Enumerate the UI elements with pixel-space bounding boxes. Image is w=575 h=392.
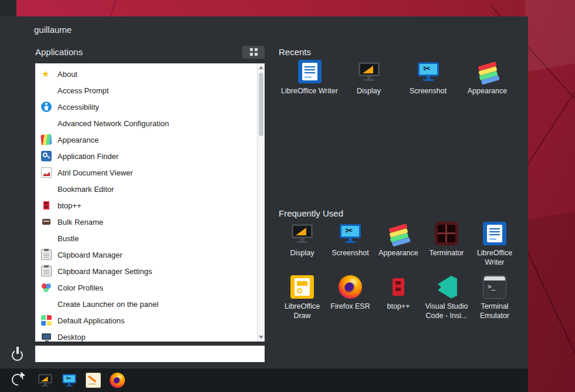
display-icon (38, 373, 53, 388)
app-list-item-application-finder[interactable]: Application Finder (35, 148, 265, 164)
shortcut-label: Visual Studio Code - Insi... (422, 302, 471, 320)
menu-button[interactable] (0, 0, 16, 16)
shortcut-label: Screenshot (332, 249, 368, 258)
scroll-up-icon[interactable] (259, 66, 263, 69)
shortcut-libreoffice-draw[interactable]: LibreOffice Draw (278, 275, 326, 320)
dock-firefox[interactable] (110, 373, 125, 388)
app-list-item-atril-document-viewer[interactable]: Atril Document Viewer (35, 164, 265, 181)
shortcut-label: btop++ (387, 302, 410, 312)
shortcut-display[interactable]: Display (278, 222, 326, 267)
power-button[interactable] (10, 347, 25, 362)
shortcut-label: Display (290, 249, 314, 258)
shortcut-icon-wrap (357, 60, 381, 83)
defaultapps-icon (41, 315, 52, 326)
scrollbar-thumb[interactable] (259, 73, 263, 136)
shortcut-label: Appearance (468, 87, 507, 96)
view-toggle-button[interactable] (242, 46, 265, 59)
app-list-item-bustle[interactable]: Bustle (35, 230, 265, 246)
app-list-item-create-launcher-on-the-panel[interactable]: Create Launcher on the panel (35, 296, 265, 312)
shortcut-btop[interactable]: btop++ (374, 275, 422, 320)
app-list-item-accessibility[interactable]: Accessibility (35, 99, 265, 115)
list-scrollbar[interactable] (257, 63, 265, 342)
app-list-item-advanced-network-configuration[interactable]: Advanced Network Configuration (35, 115, 265, 131)
btop-icon (387, 275, 410, 299)
search-input[interactable] (35, 346, 265, 362)
screenshot-icon (62, 373, 77, 388)
scroll-down-icon[interactable] (259, 336, 263, 339)
shortcut-terminal-emulator[interactable]: Terminal Emulator (471, 275, 519, 320)
app-label: Bulk Rename (58, 218, 103, 227)
none-icon (41, 233, 52, 244)
shortcut-firefox-esr[interactable]: Firefox ESR (326, 275, 374, 320)
dock-screenshot[interactable] (62, 373, 77, 388)
shortcut-screenshot[interactable]: Screenshot (326, 222, 374, 267)
desktop: guillaume Applications AboutAccess Promp… (0, 0, 575, 392)
shortcut-icon-wrap (387, 275, 410, 299)
app-label: About (58, 70, 77, 79)
atril-icon (41, 167, 52, 178)
whisker-menu: guillaume Applications AboutAccess Promp… (0, 16, 528, 369)
shortcut-icon-wrap (417, 60, 440, 83)
none-icon (41, 184, 52, 194)
terminal-icon (483, 275, 506, 299)
firefox-icon (339, 275, 362, 299)
shortcut-terminator[interactable]: Terminator (422, 222, 471, 267)
vscode-icon (435, 275, 458, 299)
app-list-item-default-applications[interactable]: Default Applications (35, 312, 265, 329)
shortcut-label: LibreOffice Writer (471, 249, 519, 267)
grid-view-icon (250, 48, 258, 56)
logout-restart-button[interactable] (10, 372, 25, 387)
app-label: Access Prompt (58, 86, 109, 95)
app-label: Accessibility (58, 103, 99, 111)
shortcut-screenshot[interactable]: Screenshot (398, 60, 458, 96)
app-list-item-bookmark-editor[interactable]: Bookmark Editor (35, 181, 265, 197)
accessibility-icon (41, 102, 52, 112)
screenshot-icon (339, 222, 362, 245)
shortcut-label: Screenshot (410, 87, 447, 96)
frequently-used-grid: DisplayScreenshotAppearanceTerminatorLib… (278, 222, 519, 321)
shortcut-icon-wrap (483, 222, 506, 245)
wallpaper-facet (525, 0, 575, 392)
application-list: AboutAccess PromptAccessibilityAdvanced … (35, 63, 265, 342)
app-list-item-desktop[interactable]: Desktop (35, 329, 265, 342)
app-list-item-appearance[interactable]: Appearance (35, 131, 265, 148)
shortcut-libreoffice-writer[interactable]: LibreOffice Writer (280, 60, 339, 96)
shortcut-libreoffice-writer[interactable]: LibreOffice Writer (471, 222, 519, 267)
app-label: btop++ (58, 201, 82, 210)
app-list-item-clipboard-manager-settings[interactable]: Clipboard Manager Settings (35, 263, 265, 279)
shortcut-icon-wrap (339, 222, 362, 245)
screenshot-icon (417, 60, 440, 83)
none-icon (41, 299, 52, 309)
app-list-item-access-prompt[interactable]: Access Prompt (35, 82, 265, 99)
draw-icon (290, 275, 314, 299)
app-label: Atril Document Viewer (58, 168, 133, 177)
app-label: Desktop (58, 333, 86, 342)
bulkrename-icon (41, 217, 52, 227)
display-icon (357, 60, 381, 83)
app-label: Advanced Network Configuration (58, 119, 169, 128)
recents-grid: LibreOffice WriterDisplayScreenshotAppea… (280, 60, 517, 96)
none-icon (41, 85, 52, 96)
clipboard-icon (41, 249, 52, 260)
app-label: Create Launcher on the panel (58, 300, 158, 309)
shortcut-visual-studio-code-insi[interactable]: Visual Studio Code - Insi... (422, 275, 471, 320)
app-label: Clipboard Manager (58, 251, 123, 259)
app-list-item-about[interactable]: About (35, 66, 265, 82)
dock-texteditor[interactable] (86, 373, 101, 388)
shortcut-label: LibreOffice Draw (278, 302, 326, 320)
shortcut-appearance[interactable]: Appearance (458, 60, 517, 96)
shortcut-icon-wrap (290, 275, 314, 299)
dock-display[interactable] (38, 373, 53, 388)
shortcut-icon-wrap (476, 60, 499, 83)
appearance-icon (40, 134, 52, 146)
applications-title: Applications (35, 47, 83, 57)
appfinder-icon (41, 151, 52, 161)
shortcut-label: LibreOffice Writer (281, 87, 338, 96)
shortcut-display[interactable]: Display (339, 60, 398, 96)
shortcut-appearance[interactable]: Appearance (374, 222, 422, 267)
app-list-item-clipboard-manager[interactable]: Clipboard Manager (35, 246, 265, 263)
app-list-item-btop[interactable]: btop++ (35, 197, 265, 214)
shortcut-icon-wrap (387, 222, 410, 245)
app-list-item-color-profiles[interactable]: Color Profiles (35, 279, 265, 296)
app-list-item-bulk-rename[interactable]: Bulk Rename (35, 214, 265, 230)
